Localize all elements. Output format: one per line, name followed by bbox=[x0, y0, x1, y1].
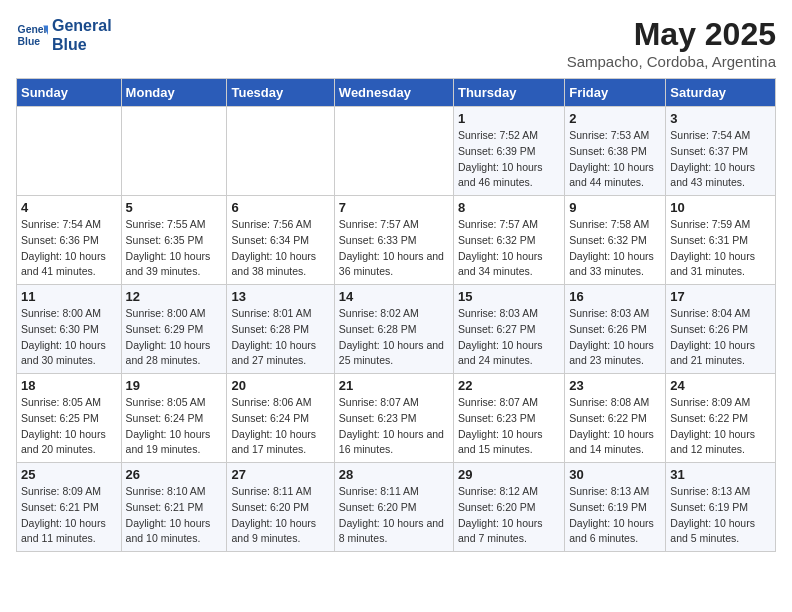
day-number: 19 bbox=[126, 378, 223, 393]
day-number: 16 bbox=[569, 289, 661, 304]
day-number: 13 bbox=[231, 289, 329, 304]
day-cell: 7 Sunrise: 7:57 AMSunset: 6:33 PMDayligh… bbox=[334, 196, 453, 285]
day-number: 20 bbox=[231, 378, 329, 393]
day-number: 3 bbox=[670, 111, 771, 126]
day-cell: 25 Sunrise: 8:09 AMSunset: 6:21 PMDaylig… bbox=[17, 463, 122, 552]
day-number: 31 bbox=[670, 467, 771, 482]
header-row: SundayMondayTuesdayWednesdayThursdayFrid… bbox=[17, 79, 776, 107]
day-number: 6 bbox=[231, 200, 329, 215]
day-info: Sunrise: 8:06 AMSunset: 6:24 PMDaylight:… bbox=[231, 395, 329, 458]
day-info: Sunrise: 7:56 AMSunset: 6:34 PMDaylight:… bbox=[231, 217, 329, 280]
day-number: 1 bbox=[458, 111, 560, 126]
day-number: 30 bbox=[569, 467, 661, 482]
day-cell: 18 Sunrise: 8:05 AMSunset: 6:25 PMDaylig… bbox=[17, 374, 122, 463]
day-number: 7 bbox=[339, 200, 449, 215]
day-number: 4 bbox=[21, 200, 117, 215]
week-row-4: 18 Sunrise: 8:05 AMSunset: 6:25 PMDaylig… bbox=[17, 374, 776, 463]
title-area: May 2025 Sampacho, Cordoba, Argentina bbox=[567, 16, 776, 70]
day-number: 15 bbox=[458, 289, 560, 304]
day-info: Sunrise: 8:13 AMSunset: 6:19 PMDaylight:… bbox=[569, 484, 661, 547]
day-number: 24 bbox=[670, 378, 771, 393]
day-info: Sunrise: 7:54 AMSunset: 6:37 PMDaylight:… bbox=[670, 128, 771, 191]
col-header-thursday: Thursday bbox=[453, 79, 564, 107]
day-cell: 13 Sunrise: 8:01 AMSunset: 6:28 PMDaylig… bbox=[227, 285, 334, 374]
main-title: May 2025 bbox=[567, 16, 776, 53]
day-cell: 24 Sunrise: 8:09 AMSunset: 6:22 PMDaylig… bbox=[666, 374, 776, 463]
day-info: Sunrise: 8:02 AMSunset: 6:28 PMDaylight:… bbox=[339, 306, 449, 369]
day-cell bbox=[17, 107, 122, 196]
day-cell: 21 Sunrise: 8:07 AMSunset: 6:23 PMDaylig… bbox=[334, 374, 453, 463]
day-cell: 14 Sunrise: 8:02 AMSunset: 6:28 PMDaylig… bbox=[334, 285, 453, 374]
day-number: 12 bbox=[126, 289, 223, 304]
day-info: Sunrise: 8:07 AMSunset: 6:23 PMDaylight:… bbox=[339, 395, 449, 458]
day-number: 10 bbox=[670, 200, 771, 215]
day-cell: 31 Sunrise: 8:13 AMSunset: 6:19 PMDaylig… bbox=[666, 463, 776, 552]
day-cell: 27 Sunrise: 8:11 AMSunset: 6:20 PMDaylig… bbox=[227, 463, 334, 552]
day-number: 29 bbox=[458, 467, 560, 482]
day-info: Sunrise: 8:01 AMSunset: 6:28 PMDaylight:… bbox=[231, 306, 329, 369]
day-cell bbox=[334, 107, 453, 196]
subtitle: Sampacho, Cordoba, Argentina bbox=[567, 53, 776, 70]
week-row-5: 25 Sunrise: 8:09 AMSunset: 6:21 PMDaylig… bbox=[17, 463, 776, 552]
day-cell: 9 Sunrise: 7:58 AMSunset: 6:32 PMDayligh… bbox=[565, 196, 666, 285]
day-cell bbox=[227, 107, 334, 196]
day-info: Sunrise: 7:57 AMSunset: 6:32 PMDaylight:… bbox=[458, 217, 560, 280]
logo: General Blue GeneralBlue bbox=[16, 16, 112, 54]
day-info: Sunrise: 8:07 AMSunset: 6:23 PMDaylight:… bbox=[458, 395, 560, 458]
day-cell: 15 Sunrise: 8:03 AMSunset: 6:27 PMDaylig… bbox=[453, 285, 564, 374]
day-number: 28 bbox=[339, 467, 449, 482]
day-cell: 26 Sunrise: 8:10 AMSunset: 6:21 PMDaylig… bbox=[121, 463, 227, 552]
day-info: Sunrise: 7:54 AMSunset: 6:36 PMDaylight:… bbox=[21, 217, 117, 280]
day-info: Sunrise: 8:05 AMSunset: 6:25 PMDaylight:… bbox=[21, 395, 117, 458]
day-cell: 17 Sunrise: 8:04 AMSunset: 6:26 PMDaylig… bbox=[666, 285, 776, 374]
day-number: 27 bbox=[231, 467, 329, 482]
header: General Blue GeneralBlue May 2025 Sampac… bbox=[16, 16, 776, 70]
week-row-2: 4 Sunrise: 7:54 AMSunset: 6:36 PMDayligh… bbox=[17, 196, 776, 285]
day-cell: 20 Sunrise: 8:06 AMSunset: 6:24 PMDaylig… bbox=[227, 374, 334, 463]
logo-text: GeneralBlue bbox=[52, 16, 112, 54]
day-number: 23 bbox=[569, 378, 661, 393]
day-info: Sunrise: 8:13 AMSunset: 6:19 PMDaylight:… bbox=[670, 484, 771, 547]
col-header-wednesday: Wednesday bbox=[334, 79, 453, 107]
day-info: Sunrise: 7:52 AMSunset: 6:39 PMDaylight:… bbox=[458, 128, 560, 191]
day-cell: 10 Sunrise: 7:59 AMSunset: 6:31 PMDaylig… bbox=[666, 196, 776, 285]
day-cell: 12 Sunrise: 8:00 AMSunset: 6:29 PMDaylig… bbox=[121, 285, 227, 374]
day-number: 9 bbox=[569, 200, 661, 215]
day-number: 17 bbox=[670, 289, 771, 304]
day-cell: 1 Sunrise: 7:52 AMSunset: 6:39 PMDayligh… bbox=[453, 107, 564, 196]
day-number: 18 bbox=[21, 378, 117, 393]
day-info: Sunrise: 7:53 AMSunset: 6:38 PMDaylight:… bbox=[569, 128, 661, 191]
day-info: Sunrise: 8:12 AMSunset: 6:20 PMDaylight:… bbox=[458, 484, 560, 547]
day-cell: 29 Sunrise: 8:12 AMSunset: 6:20 PMDaylig… bbox=[453, 463, 564, 552]
col-header-saturday: Saturday bbox=[666, 79, 776, 107]
day-number: 11 bbox=[21, 289, 117, 304]
week-row-1: 1 Sunrise: 7:52 AMSunset: 6:39 PMDayligh… bbox=[17, 107, 776, 196]
day-cell: 23 Sunrise: 8:08 AMSunset: 6:22 PMDaylig… bbox=[565, 374, 666, 463]
day-number: 5 bbox=[126, 200, 223, 215]
day-info: Sunrise: 8:00 AMSunset: 6:29 PMDaylight:… bbox=[126, 306, 223, 369]
day-info: Sunrise: 8:08 AMSunset: 6:22 PMDaylight:… bbox=[569, 395, 661, 458]
col-header-friday: Friday bbox=[565, 79, 666, 107]
day-info: Sunrise: 8:05 AMSunset: 6:24 PMDaylight:… bbox=[126, 395, 223, 458]
day-cell: 19 Sunrise: 8:05 AMSunset: 6:24 PMDaylig… bbox=[121, 374, 227, 463]
svg-text:Blue: Blue bbox=[18, 36, 41, 47]
day-cell: 6 Sunrise: 7:56 AMSunset: 6:34 PMDayligh… bbox=[227, 196, 334, 285]
day-info: Sunrise: 8:10 AMSunset: 6:21 PMDaylight:… bbox=[126, 484, 223, 547]
col-header-tuesday: Tuesday bbox=[227, 79, 334, 107]
day-number: 25 bbox=[21, 467, 117, 482]
day-cell: 16 Sunrise: 8:03 AMSunset: 6:26 PMDaylig… bbox=[565, 285, 666, 374]
day-info: Sunrise: 8:04 AMSunset: 6:26 PMDaylight:… bbox=[670, 306, 771, 369]
day-info: Sunrise: 7:58 AMSunset: 6:32 PMDaylight:… bbox=[569, 217, 661, 280]
day-cell: 30 Sunrise: 8:13 AMSunset: 6:19 PMDaylig… bbox=[565, 463, 666, 552]
svg-text:General: General bbox=[18, 25, 48, 36]
day-info: Sunrise: 7:55 AMSunset: 6:35 PMDaylight:… bbox=[126, 217, 223, 280]
day-cell: 28 Sunrise: 8:11 AMSunset: 6:20 PMDaylig… bbox=[334, 463, 453, 552]
day-number: 21 bbox=[339, 378, 449, 393]
day-info: Sunrise: 8:00 AMSunset: 6:30 PMDaylight:… bbox=[21, 306, 117, 369]
day-cell: 2 Sunrise: 7:53 AMSunset: 6:38 PMDayligh… bbox=[565, 107, 666, 196]
day-cell: 11 Sunrise: 8:00 AMSunset: 6:30 PMDaylig… bbox=[17, 285, 122, 374]
day-number: 14 bbox=[339, 289, 449, 304]
day-cell: 22 Sunrise: 8:07 AMSunset: 6:23 PMDaylig… bbox=[453, 374, 564, 463]
day-number: 26 bbox=[126, 467, 223, 482]
day-cell: 4 Sunrise: 7:54 AMSunset: 6:36 PMDayligh… bbox=[17, 196, 122, 285]
